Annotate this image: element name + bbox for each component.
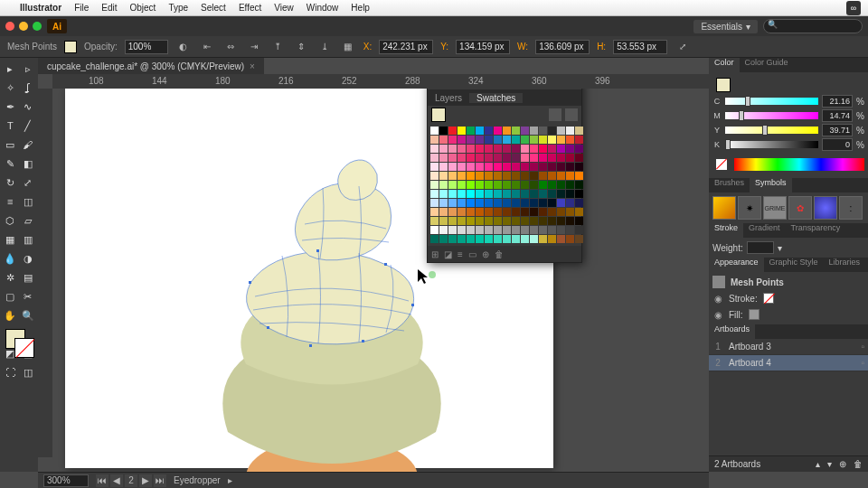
- align-v-top-icon[interactable]: ⤒: [269, 39, 286, 55]
- swatch-cell[interactable]: [575, 190, 583, 198]
- swatch-cell[interactable]: [521, 172, 529, 180]
- swatch-cell[interactable]: [557, 235, 565, 243]
- menu-view[interactable]: View: [274, 3, 294, 13]
- swatch-cell[interactable]: [548, 163, 556, 171]
- tab-symbols[interactable]: Symbols: [750, 178, 792, 192]
- swatch-cell[interactable]: [566, 190, 574, 198]
- swatch-cell[interactable]: [548, 226, 556, 234]
- nav-first-icon[interactable]: ⏮: [96, 474, 108, 487]
- cyan-slider[interactable]: [725, 98, 818, 105]
- swatch-cell[interactable]: [575, 154, 583, 162]
- swatch-cell[interactable]: [458, 154, 466, 162]
- swatch-cell[interactable]: [521, 217, 529, 225]
- swatch-cell[interactable]: [575, 226, 583, 234]
- swatch-cell[interactable]: [512, 235, 520, 243]
- swatch-cell[interactable]: [566, 127, 574, 135]
- panel-close-icon[interactable]: ×: [573, 89, 579, 89]
- workspace-switcher[interactable]: Essentials▾: [693, 20, 758, 33]
- swatch-cell[interactable]: [566, 172, 574, 180]
- tab-transparency[interactable]: Transparency: [786, 223, 846, 238]
- swatch-cell[interactable]: [439, 145, 448, 153]
- swatch-cell[interactable]: [557, 172, 565, 180]
- swatch-cell[interactable]: [530, 235, 538, 243]
- swatch-cell[interactable]: [530, 172, 538, 180]
- menu-select[interactable]: Select: [201, 3, 226, 13]
- swatch-cell[interactable]: [476, 127, 484, 135]
- swatch-cell[interactable]: [448, 136, 457, 144]
- swatch-cell[interactable]: [548, 208, 556, 216]
- swatch-cell[interactable]: [476, 163, 484, 171]
- artboard-options-icon[interactable]: ▫: [861, 358, 864, 368]
- swatch-cell[interactable]: [494, 136, 502, 144]
- symbol-6[interactable]: :: [839, 196, 863, 220]
- swatch-options-icon[interactable]: ≡: [458, 249, 463, 259]
- swatch-cell[interactable]: [467, 127, 475, 135]
- new-artboard-icon[interactable]: ⊕: [839, 459, 846, 469]
- swatch-cell[interactable]: [430, 163, 439, 171]
- swatch-cell[interactable]: [557, 181, 565, 189]
- reorder-down-icon[interactable]: ▾: [827, 459, 832, 469]
- mesh-tool[interactable]: ▦: [2, 230, 19, 249]
- swatch-cell[interactable]: [439, 172, 448, 180]
- swatch-cell[interactable]: [521, 136, 529, 144]
- swatch-cell[interactable]: [521, 199, 529, 207]
- swatch-cell[interactable]: [494, 208, 502, 216]
- swatch-cell[interactable]: [467, 154, 475, 162]
- swatch-cell[interactable]: [557, 127, 565, 135]
- align-h-center-icon[interactable]: ⇔: [222, 39, 239, 55]
- swatch-cell[interactable]: [521, 190, 529, 198]
- swatch-cell[interactable]: [485, 163, 493, 171]
- rotate-tool[interactable]: ↻: [2, 174, 19, 192]
- swatch-cell[interactable]: [448, 145, 457, 153]
- swatch-cell[interactable]: [557, 208, 565, 216]
- y-field[interactable]: 134.159 px: [456, 40, 510, 54]
- swatch-cell[interactable]: [539, 172, 547, 180]
- swatch-cell[interactable]: [448, 154, 457, 162]
- swatch-cell[interactable]: [575, 181, 583, 189]
- tab-color[interactable]: Color: [709, 58, 740, 72]
- swatch-cell[interactable]: [530, 181, 538, 189]
- none-swatch-icon[interactable]: [716, 159, 727, 170]
- delete-swatch-icon[interactable]: 🗑: [495, 249, 504, 259]
- swatch-cell[interactable]: [448, 235, 457, 243]
- swatch-cell[interactable]: [430, 145, 439, 153]
- zoom-tool[interactable]: 🔍: [20, 306, 37, 324]
- swatch-cell[interactable]: [539, 181, 547, 189]
- swatch-cell[interactable]: [557, 190, 565, 198]
- swatch-cell[interactable]: [521, 127, 529, 135]
- swatch-cell[interactable]: [494, 181, 502, 189]
- swatch-cell[interactable]: [458, 226, 466, 234]
- swatch-cell[interactable]: [530, 208, 538, 216]
- swatch-cell[interactable]: [521, 154, 529, 162]
- new-swatch-icon[interactable]: ⊕: [482, 249, 489, 259]
- swatch-cell[interactable]: [575, 217, 583, 225]
- menu-type[interactable]: Type: [168, 3, 188, 13]
- nav-next-icon[interactable]: ▶: [139, 474, 152, 487]
- blend-tool[interactable]: ◑: [20, 249, 37, 267]
- swatch-cell[interactable]: [548, 217, 556, 225]
- hand-tool[interactable]: ✋: [2, 306, 19, 324]
- swatch-cell[interactable]: [548, 172, 556, 180]
- visibility-toggle-fill[interactable]: ◉: [712, 310, 723, 320]
- swatch-cell[interactable]: [485, 226, 493, 234]
- swatch-cell[interactable]: [512, 208, 520, 216]
- swatch-cell[interactable]: [467, 145, 475, 153]
- magenta-value[interactable]: 14.74: [822, 109, 853, 122]
- swatch-cell[interactable]: [557, 136, 565, 144]
- stroke-swatch[interactable]: [763, 293, 774, 304]
- swatch-cell[interactable]: [458, 145, 466, 153]
- swatch-cell[interactable]: [512, 136, 520, 144]
- swatch-cell[interactable]: [512, 145, 520, 153]
- swatch-cell[interactable]: [467, 172, 475, 180]
- swatch-cell[interactable]: [539, 154, 547, 162]
- swatch-cell[interactable]: [521, 145, 529, 153]
- swatch-cell[interactable]: [467, 136, 475, 144]
- swatch-libraries-icon[interactable]: ⊞: [431, 249, 439, 259]
- swatch-cell[interactable]: [430, 127, 439, 135]
- window-controls[interactable]: [5, 22, 42, 31]
- swatch-cell[interactable]: [485, 235, 493, 243]
- swatch-cell[interactable]: [439, 136, 448, 144]
- swatch-cell[interactable]: [458, 190, 466, 198]
- swatch-cell[interactable]: [430, 136, 439, 144]
- swatch-cell[interactable]: [476, 217, 484, 225]
